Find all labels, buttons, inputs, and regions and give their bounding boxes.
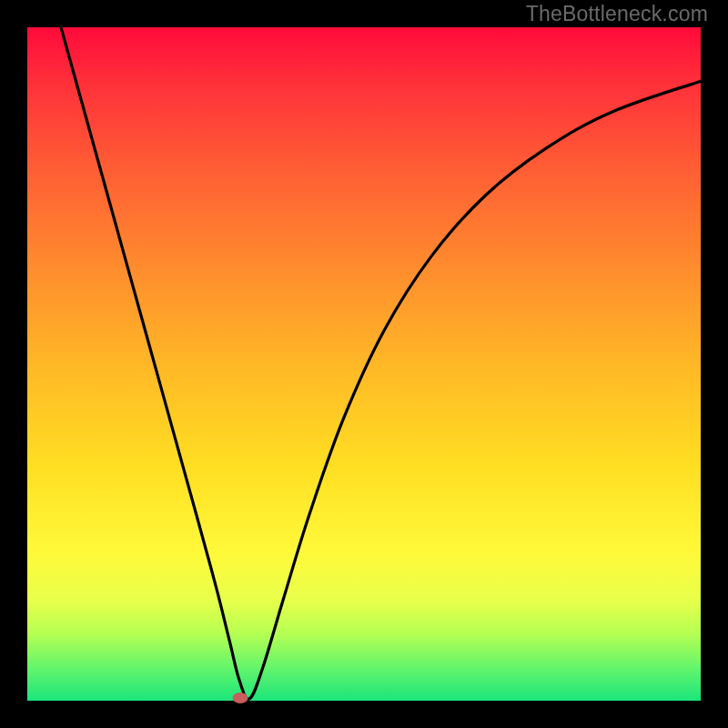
minimum-marker	[232, 693, 248, 703]
plot-area	[27, 27, 701, 701]
curve-svg	[27, 27, 701, 701]
curve-path	[61, 27, 701, 699]
chart-frame: TheBottleneck.com	[0, 0, 728, 728]
watermark-label: TheBottleneck.com	[526, 2, 708, 26]
